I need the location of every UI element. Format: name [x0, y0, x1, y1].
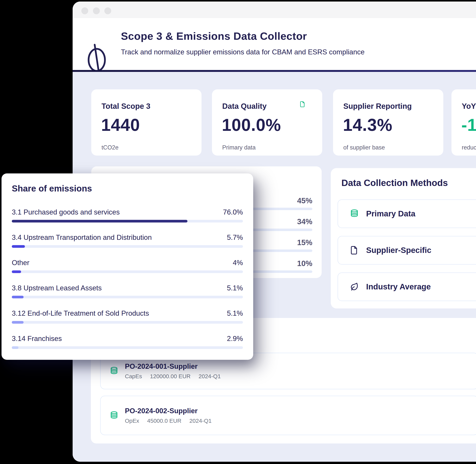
popup-title: Share of emissions — [12, 183, 243, 193]
screenshot-stage: Scope 3 & Emissions Data Collector Track… — [0, 0, 476, 464]
emission-bar-track — [12, 220, 243, 222]
emission-bar-track — [12, 346, 243, 349]
emission-bar-track — [12, 245, 243, 248]
emission-row-header: 3.14 Franchises2.9% — [12, 334, 243, 343]
emission-row-header: Other4% — [12, 258, 243, 267]
emission-bar-fill — [12, 296, 24, 298]
kpi-card: Supplier Reporting14.3%of supplier base — [333, 89, 443, 155]
method-item-industry-average[interactable]: Industry Average — [338, 272, 476, 301]
kpi-label: Total Scope 3 — [102, 102, 150, 110]
file-icon — [350, 246, 359, 255]
window-titlebar — [73, 1, 476, 18]
emission-percent-label: 5.1% — [227, 309, 243, 318]
kpi-sub-label: of supplier base — [343, 144, 385, 151]
window-control-icon[interactable] — [93, 7, 100, 14]
emission-category-label: 3.1 Purchased goods and services — [12, 208, 120, 217]
emission-row-header: 3.1 Purchased goods and services76.0% — [12, 208, 243, 217]
emission-row: 3.14 Franchises2.9% — [12, 334, 243, 349]
database-icon — [350, 209, 359, 218]
header-accent-bar — [73, 70, 476, 72]
database-icon — [110, 367, 118, 375]
record-meta-value: 2024-Q1 — [189, 418, 212, 424]
window-control-icon[interactable] — [81, 7, 88, 14]
kpi-card: YoY C-1reduct — [451, 89, 476, 155]
emission-category-label: Other — [12, 258, 29, 267]
emission-bar-fill — [12, 271, 21, 273]
record-title: PO-2024-002-Supplier — [125, 407, 212, 415]
kpi-card: Data Quality100.0%Primary data — [212, 89, 322, 155]
share-of-emissions-popup: Share of emissions 3.1 Purchased goods a… — [1, 174, 253, 360]
record-meta-value: 2024-Q1 — [199, 373, 221, 380]
method-label: Industry Average — [366, 282, 431, 291]
emission-row: 3.8 Upstream Leased Assets5.1% — [12, 284, 243, 298]
emission-percent-label: 76.0% — [223, 208, 243, 217]
emission-bar-fill — [12, 321, 24, 324]
emission-percent-label: 5.7% — [227, 233, 243, 242]
kpi-value: 1440 — [101, 115, 140, 135]
emission-row: Other4% — [12, 258, 243, 273]
file-icon — [299, 100, 306, 108]
record-meta-value: 120000.00 EUR — [150, 373, 191, 380]
emission-row-header: 3.12 End-of-Life Treatment of Sold Produ… — [12, 309, 243, 318]
page-subtitle: Track and normalize supplier emissions d… — [121, 48, 365, 56]
emission-percent-label: 4% — [233, 258, 243, 267]
emission-bar-track — [12, 296, 243, 298]
emission-category-label: 3.8 Upstream Leased Assets — [12, 284, 102, 292]
app-header: Scope 3 & Emissions Data Collector Track… — [73, 18, 476, 70]
record-text: PO-2024-001-SupplierCapEs120000.00 EUR20… — [125, 362, 221, 380]
kpi-value: 100.0% — [222, 115, 281, 135]
method-label: Primary Data — [366, 209, 415, 218]
record-meta: OpEx45000.0 EUR2024-Q1 — [125, 418, 212, 424]
method-label: Supplier-Specific — [366, 246, 431, 255]
kpi-sub-label: tCO2e — [102, 144, 119, 151]
section-title: Data Collection Methods — [338, 178, 476, 188]
emission-bar-fill — [12, 220, 187, 222]
record-meta-value: OpEx — [125, 418, 139, 424]
emission-category-label: 3.12 End-of-Life Treatment of Sold Produ… — [12, 309, 149, 318]
kpi-sub-label: Primary data — [222, 144, 256, 151]
kpi-sub-label: reduct — [462, 144, 476, 151]
record-title: PO-2024-001-Supplier — [125, 362, 221, 370]
emission-category-label: 3.14 Franchises — [12, 334, 62, 343]
emission-row: 3.1 Purchased goods and services76.0% — [12, 208, 243, 222]
page-title: Scope 3 & Emissions Data Collector — [121, 30, 307, 42]
emission-row: 3.12 End-of-Life Treatment of Sold Produ… — [12, 309, 243, 324]
record-item[interactable]: PO-2024-002-SupplierOpEx45000.0 EUR2024-… — [100, 396, 476, 435]
kpi-card: Total Scope 31440tCO2e — [91, 89, 201, 155]
emission-bar-track — [12, 321, 243, 324]
data-collection-methods-panel: Data Collection Methods Primary DataSupp… — [331, 168, 476, 309]
method-item-primary-data[interactable]: Primary Data — [338, 200, 476, 228]
kpi-value: 14.3% — [343, 115, 392, 135]
emission-row-header: 3.4 Upstream Transportation and Distribu… — [12, 233, 243, 242]
emission-row: 3.4 Upstream Transportation and Distribu… — [12, 233, 243, 248]
record-meta: CapEs120000.00 EUR2024-Q1 — [125, 373, 221, 380]
emission-category-label: 3.4 Upstream Transportation and Distribu… — [12, 233, 152, 242]
kpi-value: -1 — [461, 115, 476, 135]
emission-percent-label: 2.9% — [227, 334, 243, 343]
window-control-icon[interactable] — [104, 7, 111, 14]
kpi-label: Data Quality — [222, 102, 267, 110]
leaf-icon — [350, 282, 359, 291]
record-meta-value: 45000.0 EUR — [147, 418, 181, 424]
kpi-label: YoY C — [462, 102, 476, 110]
method-item-supplier-specific[interactable]: Supplier-Specific — [338, 236, 476, 264]
emission-bar-fill — [12, 346, 19, 349]
record-meta-value: CapEs — [125, 373, 142, 380]
emission-row-header: 3.8 Upstream Leased Assets5.1% — [12, 284, 243, 292]
record-text: PO-2024-002-SupplierOpEx45000.0 EUR2024-… — [125, 407, 212, 424]
emission-percent-label: 5.1% — [227, 284, 243, 292]
database-icon — [110, 411, 118, 420]
emission-bar-track — [12, 271, 243, 273]
kpi-label: Supplier Reporting — [343, 102, 412, 110]
emission-bar-fill — [12, 245, 25, 248]
